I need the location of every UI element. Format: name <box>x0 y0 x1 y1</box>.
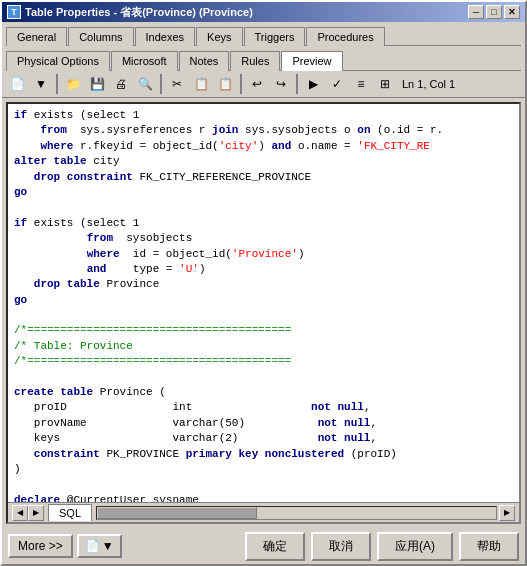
cancel-button[interactable]: 取消 <box>311 532 371 561</box>
tab-indexes[interactable]: Indexes <box>135 27 196 46</box>
toolbar-paste-btn[interactable]: 📋 <box>214 73 236 95</box>
content-area: if exists (select 1 from sys.sysreferenc… <box>2 98 525 528</box>
tab-physical-options[interactable]: Physical Options <box>6 51 110 71</box>
toolbar-open-btn[interactable]: 📁 <box>62 73 84 95</box>
bottom-tab-sql[interactable]: SQL <box>48 504 92 521</box>
tab-columns[interactable]: Columns <box>68 27 133 46</box>
tab-keys[interactable]: Keys <box>196 27 242 46</box>
footer: More >> 📄 ▼ 确定 取消 应用(A) 帮助 <box>2 528 525 564</box>
tab-triggers[interactable]: Triggers <box>244 27 306 46</box>
tab-procedures[interactable]: Procedures <box>306 27 384 46</box>
tabs-row1: General Columns Indexes Keys Triggers Pr… <box>2 22 525 45</box>
tab-preview[interactable]: Preview <box>281 51 342 71</box>
toolbar-check-btn[interactable]: ✓ <box>326 73 348 95</box>
titlebar-left: T Table Properties - 省表(Province) (Provi… <box>7 5 253 20</box>
toolbar-undo-btn[interactable]: ↩ <box>246 73 268 95</box>
maximize-button[interactable]: □ <box>486 5 502 19</box>
tab-scroll-left[interactable]: ◀ <box>12 505 28 521</box>
tab-microsoft[interactable]: Microsoft <box>111 51 178 71</box>
toolbar-redo-btn[interactable]: ↪ <box>270 73 292 95</box>
footer-left: More >> 📄 ▼ <box>8 534 122 558</box>
horizontal-scrollbar[interactable] <box>96 506 497 520</box>
tab-scroll-arrows: ◀ ▶ <box>12 505 44 521</box>
toolbar-cut-btn[interactable]: ✂ <box>166 73 188 95</box>
toolbar-expand-btn[interactable]: ⊞ <box>374 73 396 95</box>
tab-rules[interactable]: Rules <box>230 51 280 71</box>
tab-general[interactable]: General <box>6 27 67 46</box>
toolbar-sep2 <box>160 74 162 94</box>
toolbar-save-btn[interactable]: 💾 <box>86 73 108 95</box>
code-container: if exists (select 1 from sys.sysreferenc… <box>6 102 521 524</box>
window-icon: T <box>7 5 21 19</box>
position-label: Ln 1, Col 1 <box>402 78 455 90</box>
hscroll-right[interactable]: ▶ <box>499 505 515 521</box>
titlebar-controls: ─ □ ✕ <box>468 5 520 19</box>
toolbar-print-btn[interactable]: 🖨 <box>110 73 132 95</box>
toolbar-sep4 <box>296 74 298 94</box>
help-button[interactable]: 帮助 <box>459 532 519 561</box>
toolbar-format-btn[interactable]: ≡ <box>350 73 372 95</box>
toolbar-sep1 <box>56 74 58 94</box>
confirm-button[interactable]: 确定 <box>245 532 305 561</box>
tabs-row2: Physical Options Microsoft Notes Rules P… <box>2 46 525 70</box>
toolbar-copy-btn[interactable]: 📋 <box>190 73 212 95</box>
doc-icon: 📄 <box>85 539 100 553</box>
toolbar-sep3 <box>240 74 242 94</box>
toolbar-run-btn[interactable]: ▶ <box>302 73 324 95</box>
code-editor[interactable]: if exists (select 1 from sys.sysreferenc… <box>8 104 519 502</box>
main-window: T Table Properties - 省表(Province) (Provi… <box>0 0 527 566</box>
dropdown-arrow-icon: ▼ <box>102 539 114 553</box>
titlebar: T Table Properties - 省表(Province) (Provi… <box>2 2 525 22</box>
apply-button[interactable]: 应用(A) <box>377 532 453 561</box>
more-button[interactable]: More >> <box>8 534 73 558</box>
toolbar-dropdown-btn[interactable]: ▼ <box>30 73 52 95</box>
close-button[interactable]: ✕ <box>504 5 520 19</box>
horizontal-scroll-thumb[interactable] <box>97 507 257 519</box>
footer-icon-button[interactable]: 📄 ▼ <box>77 534 122 558</box>
window-title: Table Properties - 省表(Province) (Provinc… <box>25 5 253 20</box>
tab-notes[interactable]: Notes <box>179 51 230 71</box>
minimize-button[interactable]: ─ <box>468 5 484 19</box>
toolbar-find-btn[interactable]: 🔍 <box>134 73 156 95</box>
tab-scroll-right[interactable]: ▶ <box>28 505 44 521</box>
footer-buttons: 确定 取消 应用(A) 帮助 <box>245 532 519 561</box>
toolbar-new-btn[interactable]: 📄 <box>6 73 28 95</box>
toolbar: 📄 ▼ 📁 💾 🖨 🔍 ✂ 📋 📋 ↩ ↪ ▶ ✓ ≡ ⊞ Ln 1, Col … <box>2 71 525 98</box>
bottom-tab-bar: ◀ ▶ SQL ▶ <box>8 502 519 522</box>
